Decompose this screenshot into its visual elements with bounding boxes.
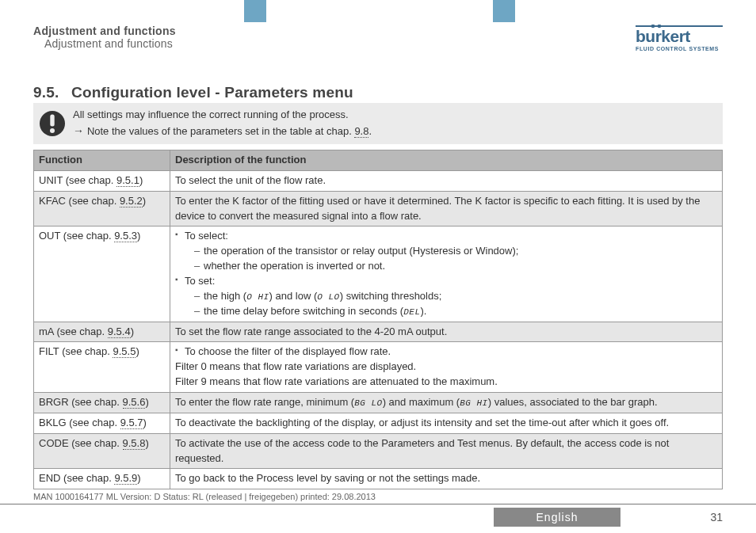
fn-cell: CODE (see chap. 9.5.8) (34, 433, 170, 469)
table-row: BKLG (see chap. 9.5.7)To deactivate the … (34, 413, 723, 433)
segment-code: BG HI (460, 398, 488, 408)
parameters-table: Function Description of the function UNI… (33, 150, 723, 489)
table-row: END (see chap. 9.5.9)To go back to the P… (34, 469, 723, 489)
arrow-icon: → (73, 124, 87, 137)
fn-cell: BKLG (see chap. 9.5.7) (34, 413, 170, 433)
fn-cell: BRGR (see chap. 9.5.6) (34, 393, 170, 413)
table-row: mA (see chap. 9.5.4)To set the flow rate… (34, 322, 723, 342)
page-number: 31 (710, 511, 723, 523)
page-header: Adjustment and functions Adjustment and … (33, 25, 723, 51)
print-metadata: MAN 1000164177 ML Version: D Status: RL … (33, 492, 376, 501)
brand-tagline: FLUID CONTROL SYSTEMS (636, 46, 723, 51)
callout-text: All settings may influence the correct r… (73, 108, 372, 139)
fn-cell: OUT (see chap. 9.5.3) (34, 227, 170, 322)
table-row: KFAC (see chap. 9.5.2)To enter the K fac… (34, 191, 723, 227)
segment-code: O LO (317, 292, 339, 302)
chap-link[interactable]: 9.5.6 (123, 396, 146, 409)
header-accent-right (493, 0, 515, 22)
callout-line1: All settings may influence the correct r… (73, 108, 372, 123)
fn-cell: UNIT (see chap. 9.5.1) (34, 170, 170, 191)
desc-cell: To select:the operation of the transisto… (170, 227, 723, 322)
header-accent-left (244, 0, 266, 22)
table-row: OUT (see chap. 9.5.3)To select:the opera… (34, 227, 723, 322)
desc-cell: To enter the K factor of the fitting use… (170, 191, 723, 227)
chap-link[interactable]: 9.5.3 (114, 230, 137, 242)
breadcrumb: Adjustment and functions Adjustment and … (33, 25, 176, 50)
chap-link[interactable]: 9.5.4 (108, 326, 131, 338)
chap-link[interactable]: 9.5.7 (120, 417, 143, 429)
segment-code: O HI (246, 292, 269, 302)
parameters-table-body: UNIT (see chap. 9.5.1)To select the unit… (34, 170, 723, 489)
svg-point-6 (50, 128, 55, 133)
exclamation-icon (38, 109, 67, 138)
table-row: FILT (see chap. 9.5.5)To choose the filt… (34, 342, 723, 393)
segment-code: DEL (403, 307, 420, 317)
table-row: CODE (see chap. 9.5.8)To activate the us… (34, 433, 723, 469)
warning-callout: All settings may influence the correct r… (33, 103, 723, 144)
callout-line2: → Note the values of the parameters set … (73, 123, 372, 139)
footer-rule (0, 504, 756, 504)
th-description: Description of the function (170, 150, 723, 171)
desc-cell: To go back to the Process level by savin… (170, 469, 723, 489)
chap-link[interactable]: 9.5.8 (123, 437, 146, 450)
desc-cell: To choose the filter of the displayed fl… (170, 342, 723, 393)
chap-link[interactable]: 9.5.9 (114, 472, 137, 485)
brand-logo: burkert FLUID CONTROL SYSTEMS (636, 25, 723, 51)
segment-code: BG LO (354, 398, 383, 408)
fn-cell: KFAC (see chap. 9.5.2) (34, 191, 170, 227)
table-row: UNIT (see chap. 9.5.1)To select the unit… (34, 170, 723, 191)
section-number: 9.5. (33, 84, 71, 101)
section-heading: Configuration level - Parameters menu (71, 84, 353, 101)
section-title: 9.5.Configuration level - Parameters men… (33, 84, 353, 101)
desc-cell: To enter the flow rate range, minimum (B… (170, 393, 723, 413)
language-indicator: English (494, 508, 620, 527)
desc-cell: To deactivate the backlighting of the di… (170, 413, 723, 433)
fn-cell: FILT (see chap. 9.5.5) (34, 342, 170, 393)
th-function: Function (34, 150, 170, 171)
desc-cell: To activate the use of the access code t… (170, 433, 723, 469)
breadcrumb-secondary: Adjustment and functions (44, 37, 176, 50)
chap-link[interactable]: 9.5.1 (116, 174, 139, 187)
fn-cell: mA (see chap. 9.5.4) (34, 322, 170, 342)
callout-chap-link[interactable]: 9.8 (354, 125, 368, 138)
fn-cell: END (see chap. 9.5.9) (34, 469, 170, 489)
breadcrumb-primary: Adjustment and functions (33, 25, 176, 37)
table-row: BRGR (see chap. 9.5.6)To enter the flow … (34, 393, 723, 413)
svg-rect-5 (50, 114, 54, 126)
chap-link[interactable]: 9.5.5 (113, 345, 136, 358)
desc-cell: To select the unit of the flow rate. (170, 170, 723, 191)
desc-cell: To set the flow rate range associated to… (170, 322, 723, 342)
svg-text:burkert: burkert (636, 27, 690, 45)
chap-link[interactable]: 9.5.2 (120, 195, 143, 207)
